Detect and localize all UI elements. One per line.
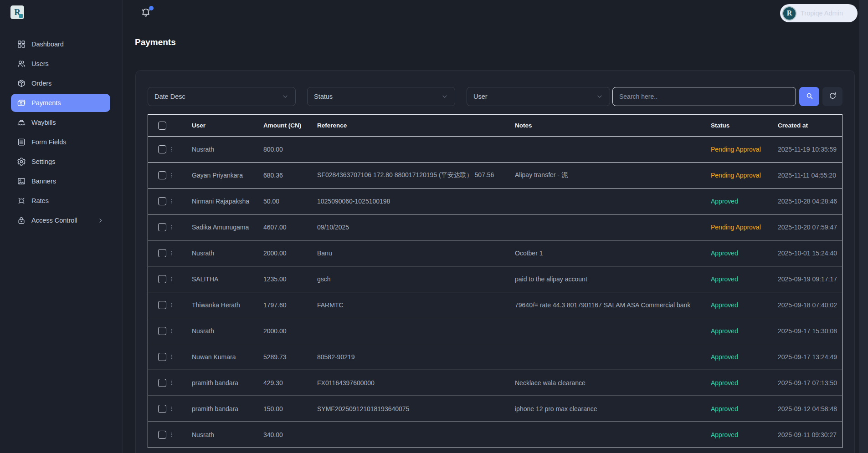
cell-user: Nusrath — [192, 327, 263, 335]
row-menu-kebab-icon[interactable] — [169, 300, 175, 310]
notifications-button[interactable] — [140, 7, 152, 20]
status-select[interactable]: Status — [307, 87, 455, 106]
sidebar-item-label: Form Fields — [31, 138, 67, 146]
row-menu-kebab-icon[interactable] — [169, 326, 175, 336]
select-all-checkbox[interactable] — [158, 122, 166, 130]
row-checkbox[interactable] — [158, 327, 166, 335]
search-input[interactable] — [612, 87, 796, 106]
filter-bar: Date Desc Status User — [148, 87, 842, 106]
chevron-down-icon — [441, 93, 448, 100]
row-checkbox[interactable] — [158, 301, 166, 309]
cell-amount: 5289.73 — [263, 353, 317, 361]
sort-select[interactable]: Date Desc — [148, 87, 296, 106]
cell-status: Approved — [711, 301, 778, 309]
row-menu-kebab-icon[interactable] — [169, 171, 175, 180]
page-title: Payments — [135, 37, 176, 47]
cell-created-at: 2025-11-19 10:35:59 — [778, 146, 842, 153]
payments-card: Date Desc Status User UserAmount (CN)Ref… — [135, 70, 855, 453]
sidebar-item-access-controll[interactable]: Access Controll — [11, 211, 110, 229]
sidebar-item-waybills[interactable]: Waybills — [11, 113, 110, 132]
column-header: Created at — [778, 122, 842, 129]
row-checkbox[interactable] — [158, 353, 166, 361]
row-checkbox[interactable] — [158, 145, 166, 153]
cell-reference: Banu — [317, 249, 515, 257]
row-checkbox[interactable] — [158, 249, 166, 257]
cell-created-at: 2025-09-17 15:30:08 — [778, 327, 842, 335]
row-checkbox[interactable] — [158, 379, 166, 387]
row-select-cell — [148, 300, 192, 310]
sidebar-item-rates[interactable]: Rates — [11, 192, 110, 210]
row-menu-kebab-icon[interactable] — [169, 223, 175, 232]
column-header: Reference — [317, 122, 515, 129]
table-row: SALITHA1235.00gschpaid to the alipay acc… — [148, 266, 842, 292]
table-body: Nusrath800.00Pending Approval2025-11-19 … — [148, 137, 842, 448]
sidebar-item-form-fields[interactable]: Form Fields — [11, 133, 110, 151]
cell-amount: 800.00 — [263, 146, 317, 153]
row-checkbox[interactable] — [158, 405, 166, 413]
cell-status: Pending Approval — [711, 224, 778, 231]
user-select[interactable]: User — [467, 87, 610, 106]
row-checkbox[interactable] — [158, 171, 166, 179]
row-checkbox[interactable] — [158, 275, 166, 283]
brand-logo[interactable]: R — [10, 5, 24, 19]
table-row: Nusrath800.00Pending Approval2025-11-19 … — [148, 137, 842, 163]
row-checkbox[interactable] — [158, 223, 166, 231]
cell-reference: 09/10/2025 — [317, 224, 515, 231]
cell-reference: 1025090060-1025100198 — [317, 198, 515, 205]
row-checkbox[interactable] — [158, 197, 166, 205]
cell-amount: 150.00 — [263, 405, 317, 412]
sidebar-item-payments[interactable]: Payments — [11, 94, 110, 112]
row-menu-kebab-icon[interactable] — [169, 275, 175, 284]
cell-amount: 4607.00 — [263, 224, 317, 231]
cell-notes: Ocotber 1 — [515, 249, 711, 257]
row-menu-kebab-icon[interactable] — [169, 404, 175, 413]
cell-created-at: 2025-10-20 07:59:47 — [778, 224, 842, 231]
table-row: Nusrath340.00Approved2025-09-11 09:30:27 — [148, 422, 842, 448]
cell-reference: SF0284363707106 172.80 880017120195 (平安达… — [317, 171, 515, 179]
cell-user: Nusrath — [192, 431, 263, 438]
cell-created-at: 2025-11-11 04:55:20 — [778, 172, 842, 179]
search-icon — [805, 92, 814, 102]
status-badge: Approved — [711, 431, 738, 438]
cell-created-at: 2025-09-12 04:58:48 — [778, 405, 842, 412]
cell-created-at: 2025-09-11 09:30:27 — [778, 431, 842, 438]
scrollbar[interactable] — [859, 0, 868, 453]
row-select-cell — [148, 404, 192, 413]
admin-name-label: Tropiqe Admin — [801, 10, 843, 17]
row-menu-kebab-icon[interactable] — [169, 249, 175, 258]
column-header: Status — [711, 122, 778, 129]
row-menu-kebab-icon[interactable] — [169, 378, 175, 387]
row-menu-kebab-icon[interactable] — [169, 352, 175, 361]
sidebar-item-settings[interactable]: Settings — [11, 153, 110, 171]
header-select-cell — [148, 122, 192, 130]
sidebar-item-users[interactable]: Users — [11, 55, 110, 73]
sidebar-item-label: Dashboard — [31, 41, 64, 48]
cell-amount: 340.00 — [263, 431, 317, 438]
sidebar-item-label: Banners — [31, 178, 56, 185]
cell-amount: 680.36 — [263, 172, 317, 179]
column-header: Amount (CN) — [263, 122, 317, 129]
row-menu-kebab-icon[interactable] — [169, 197, 175, 206]
status-badge: Approved — [711, 198, 738, 205]
sidebar-menu: DashboardUsersOrdersPaymentsWaybillsForm… — [11, 35, 110, 231]
cell-created-at: 2025-09-17 13:24:49 — [778, 353, 842, 361]
cell-amount: 1797.60 — [263, 301, 317, 309]
refresh-button[interactable] — [822, 87, 842, 106]
status-badge: Pending Approval — [711, 146, 761, 153]
cell-amount: 50.00 — [263, 198, 317, 205]
sidebar-item-dashboard[interactable]: Dashboard — [11, 35, 110, 53]
row-menu-kebab-icon[interactable] — [169, 430, 175, 439]
row-menu-kebab-icon[interactable] — [169, 145, 175, 154]
cell-user: Gayan Priyankara — [192, 172, 263, 179]
cell-reference: FARMTC — [317, 301, 515, 309]
sidebar-item-banners[interactable]: Banners — [11, 172, 110, 190]
brand-logo-accent — [19, 14, 23, 18]
table-row: Nuwan Kumara5289.7380582-90219Approved20… — [148, 344, 842, 370]
table-row: Nirmani Rajapaksha50.001025090060-102510… — [148, 188, 842, 214]
row-select-cell — [148, 352, 192, 361]
admin-profile-button[interactable]: R Tropiqe Admin — [780, 4, 858, 22]
sidebar-item-orders[interactable]: Orders — [11, 74, 110, 92]
row-checkbox[interactable] — [158, 431, 166, 439]
search-button[interactable] — [799, 87, 819, 106]
notification-badge — [149, 6, 154, 10]
